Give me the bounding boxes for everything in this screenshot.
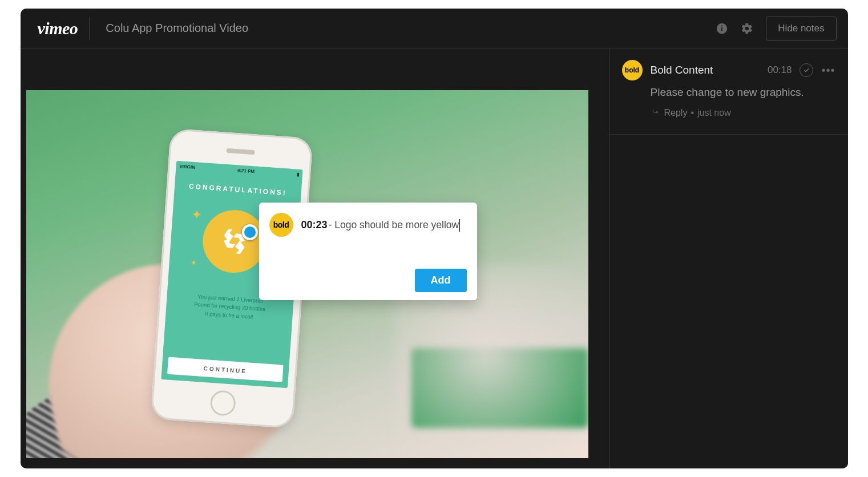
- note-header: bold Bold Content 00:18 •••: [622, 60, 835, 80]
- more-options-icon[interactable]: •••: [821, 67, 835, 73]
- avatar-label: bold: [273, 220, 289, 229]
- video-frame[interactable]: VIRGIN 4:21 PM ▮ CONGRATULATIONS! ✦ ✦ ✦: [26, 90, 588, 458]
- reply-link[interactable]: Reply: [664, 108, 688, 118]
- header-actions: Hide notes: [716, 17, 836, 41]
- app-window: vimeo Colu App Promotional Video Hide no…: [21, 9, 848, 468]
- popup-sep: -: [329, 219, 335, 231]
- svg-rect-1: [721, 27, 722, 31]
- continue-button: CONTINUE: [167, 357, 284, 382]
- reply-arrow-icon: [651, 108, 661, 118]
- svg-rect-2: [721, 25, 722, 26]
- resolve-check-icon[interactable]: [800, 63, 813, 77]
- phone-home-button: [209, 390, 236, 417]
- header-bar: vimeo Colu App Promotional Video Hide no…: [21, 9, 848, 48]
- text-cursor: [459, 219, 460, 232]
- earned-text: You just earned 2 Liverpool Pound for re…: [193, 293, 266, 322]
- note-reply-row: Reply • just now: [651, 108, 835, 118]
- note-input-text: Logo should be more yellow: [334, 219, 459, 231]
- vimeo-logo[interactable]: vimeo: [38, 19, 78, 38]
- popup-timestamp: 00:23: [301, 213, 328, 237]
- body: VIRGIN 4:21 PM ▮ CONGRATULATIONS! ✦ ✦ ✦: [21, 48, 848, 468]
- hide-notes-button[interactable]: Hide notes: [766, 17, 836, 41]
- avatar-label: bold: [625, 66, 639, 74]
- note-item[interactable]: bold Bold Content 00:18 ••• Please chang…: [609, 48, 848, 135]
- avatar: bold: [622, 60, 643, 80]
- avatar: bold: [269, 213, 293, 237]
- video-title: Colu App Promotional Video: [106, 22, 248, 35]
- badge-circle: [200, 208, 267, 274]
- phone-statusbar: VIRGIN 4:21 PM ▮: [175, 161, 302, 180]
- video-area[interactable]: VIRGIN 4:21 PM ▮ CONGRATULATIONS! ✦ ✦ ✦: [21, 48, 609, 468]
- status-carrier: VIRGIN: [179, 164, 195, 170]
- gear-icon[interactable]: [741, 22, 753, 35]
- status-time: 4:21 PM: [237, 168, 255, 174]
- sparkle-icon: ✦: [191, 207, 202, 223]
- note-input[interactable]: - Logo should be more yellow: [329, 213, 461, 237]
- note-popup: bold 00:23 - Logo should be more yellow …: [259, 203, 477, 300]
- separator-dot: •: [691, 108, 694, 118]
- sparkle-icon: ✦: [190, 258, 197, 268]
- status-battery: ▮: [296, 172, 299, 177]
- congrats-heading: CONGRATULATIONS!: [188, 182, 287, 197]
- note-author: Bold Content: [651, 64, 713, 76]
- note-body: Please change to new graphics.: [651, 86, 835, 99]
- notes-panel: bold Bold Content 00:18 ••• Please chang…: [609, 48, 848, 468]
- note-time-ago: just now: [697, 108, 731, 118]
- info-icon[interactable]: [716, 22, 728, 35]
- popup-actions: Add: [269, 269, 467, 292]
- popup-row: bold 00:23 - Logo should be more yellow: [269, 213, 467, 237]
- annotation-marker[interactable]: [242, 224, 258, 240]
- note-meta: 00:18 •••: [768, 63, 835, 77]
- note-timestamp[interactable]: 00:18: [768, 64, 792, 76]
- add-note-button[interactable]: Add: [415, 269, 467, 292]
- logo-wrap: vimeo: [26, 17, 90, 40]
- phone-speaker: [226, 148, 255, 155]
